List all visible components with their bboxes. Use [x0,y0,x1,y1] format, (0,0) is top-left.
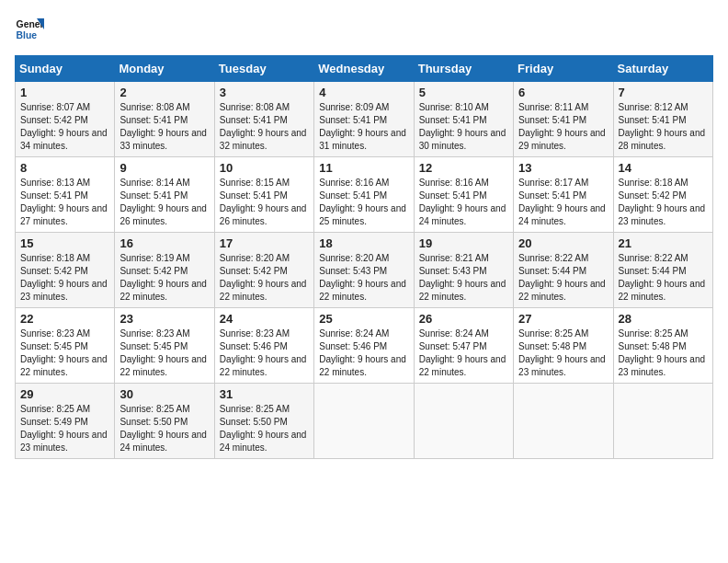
cell-info: Sunrise: 8:25 AM Sunset: 5:48 PM Dayligh… [619,327,708,379]
calendar-week-row: 15 Sunrise: 8:18 AM Sunset: 5:42 PM Dayl… [16,233,713,308]
day-number: 5 [419,86,508,99]
cell-info: Sunrise: 8:23 AM Sunset: 5:46 PM Dayligh… [220,327,309,379]
day-of-week-header: Thursday [414,56,513,82]
cell-info: Sunrise: 8:25 AM Sunset: 5:49 PM Dayligh… [20,403,109,454]
cell-info: Sunrise: 8:25 AM Sunset: 5:48 PM Dayligh… [518,327,608,379]
calendar-cell: 15 Sunrise: 8:18 AM Sunset: 5:42 PM Dayl… [16,233,115,308]
calendar-week-row: 1 Sunrise: 8:07 AM Sunset: 5:42 PM Dayli… [16,82,713,157]
calendar-cell: 10 Sunrise: 8:15 AM Sunset: 5:41 PM Dayl… [214,157,313,233]
calendar-cell: 20 Sunrise: 8:22 AM Sunset: 5:44 PM Dayl… [514,233,613,308]
day-of-week-header: Monday [115,56,214,82]
calendar-cell: 3 Sunrise: 8:08 AM Sunset: 5:41 PM Dayli… [214,82,313,157]
calendar-week-row: 8 Sunrise: 8:13 AM Sunset: 5:41 PM Dayli… [16,157,713,233]
calendar-week-row: 29 Sunrise: 8:25 AM Sunset: 5:49 PM Dayl… [16,384,713,459]
calendar-cell: 11 Sunrise: 8:16 AM Sunset: 5:41 PM Dayl… [314,157,414,233]
calendar-table: SundayMondayTuesdayWednesdayThursdayFrid… [15,55,713,459]
calendar-cell: 12 Sunrise: 8:16 AM Sunset: 5:41 PM Dayl… [414,157,513,233]
cell-info: Sunrise: 8:15 AM Sunset: 5:41 PM Dayligh… [220,177,309,228]
day-number: 27 [518,312,608,326]
cell-info: Sunrise: 8:22 AM Sunset: 5:44 PM Dayligh… [619,252,708,304]
day-number: 16 [119,236,209,250]
cell-info: Sunrise: 8:23 AM Sunset: 5:45 PM Dayligh… [20,327,109,379]
calendar-cell: 29 Sunrise: 8:25 AM Sunset: 5:49 PM Dayl… [16,384,115,459]
calendar-cell: 1 Sunrise: 8:07 AM Sunset: 5:42 PM Dayli… [16,82,115,157]
day-number: 30 [119,387,209,401]
day-of-week-header: Saturday [613,56,712,82]
calendar-cell [414,384,513,459]
logo: General Blue [15,15,48,44]
cell-info: Sunrise: 8:24 AM Sunset: 5:46 PM Dayligh… [319,327,408,379]
calendar-cell: 5 Sunrise: 8:10 AM Sunset: 5:41 PM Dayli… [414,82,513,157]
cell-info: Sunrise: 8:09 AM Sunset: 5:41 PM Dayligh… [319,101,408,153]
cell-info: Sunrise: 8:13 AM Sunset: 5:41 PM Dayligh… [20,177,109,228]
day-number: 10 [220,161,309,175]
day-number: 31 [220,387,309,401]
calendar-cell: 16 Sunrise: 8:19 AM Sunset: 5:42 PM Dayl… [115,233,214,308]
day-number: 3 [220,86,309,99]
calendar-cell: 30 Sunrise: 8:25 AM Sunset: 5:50 PM Dayl… [115,384,214,459]
day-number: 13 [518,161,608,175]
calendar-week-row: 22 Sunrise: 8:23 AM Sunset: 5:45 PM Dayl… [16,308,713,384]
cell-info: Sunrise: 8:08 AM Sunset: 5:41 PM Dayligh… [220,101,309,153]
cell-info: Sunrise: 8:25 AM Sunset: 5:50 PM Dayligh… [119,403,209,454]
cell-info: Sunrise: 8:10 AM Sunset: 5:41 PM Dayligh… [419,101,508,153]
cell-info: Sunrise: 8:17 AM Sunset: 5:41 PM Dayligh… [518,177,608,228]
day-number: 12 [419,161,508,175]
day-number: 18 [319,236,408,250]
day-number: 29 [20,387,109,401]
day-number: 26 [419,312,508,326]
cell-info: Sunrise: 8:20 AM Sunset: 5:42 PM Dayligh… [220,252,309,304]
day-number: 28 [619,312,708,326]
calendar-cell [314,384,414,459]
calendar-cell: 6 Sunrise: 8:11 AM Sunset: 5:41 PM Dayli… [514,82,613,157]
cell-info: Sunrise: 8:18 AM Sunset: 5:42 PM Dayligh… [619,177,708,228]
calendar-cell: 14 Sunrise: 8:18 AM Sunset: 5:42 PM Dayl… [613,157,712,233]
cell-info: Sunrise: 8:24 AM Sunset: 5:47 PM Dayligh… [419,327,508,379]
day-number: 7 [619,86,708,99]
calendar-cell: 28 Sunrise: 8:25 AM Sunset: 5:48 PM Dayl… [613,308,712,384]
day-number: 1 [20,86,109,99]
day-number: 8 [20,161,109,175]
cell-info: Sunrise: 8:11 AM Sunset: 5:41 PM Dayligh… [518,101,608,153]
day-number: 25 [319,312,408,326]
cell-info: Sunrise: 8:16 AM Sunset: 5:41 PM Dayligh… [419,177,508,228]
calendar-cell: 23 Sunrise: 8:23 AM Sunset: 5:45 PM Dayl… [115,308,214,384]
day-number: 17 [220,236,309,250]
calendar-cell: 26 Sunrise: 8:24 AM Sunset: 5:47 PM Dayl… [414,308,513,384]
day-number: 20 [518,236,608,250]
calendar-cell: 27 Sunrise: 8:25 AM Sunset: 5:48 PM Dayl… [514,308,613,384]
calendar-body: 1 Sunrise: 8:07 AM Sunset: 5:42 PM Dayli… [16,82,713,459]
calendar-cell: 22 Sunrise: 8:23 AM Sunset: 5:45 PM Dayl… [16,308,115,384]
logo-icon: General Blue [15,15,44,44]
day-number: 4 [319,86,408,99]
calendar-cell: 2 Sunrise: 8:08 AM Sunset: 5:41 PM Dayli… [115,82,214,157]
calendar-cell: 25 Sunrise: 8:24 AM Sunset: 5:46 PM Dayl… [314,308,414,384]
page-header: General Blue [15,15,713,44]
calendar-cell: 13 Sunrise: 8:17 AM Sunset: 5:41 PM Dayl… [514,157,613,233]
day-number: 2 [119,86,209,99]
day-number: 22 [20,312,109,326]
cell-info: Sunrise: 8:08 AM Sunset: 5:41 PM Dayligh… [119,101,209,153]
cell-info: Sunrise: 8:23 AM Sunset: 5:45 PM Dayligh… [119,327,209,379]
day-number: 24 [220,312,309,326]
calendar-header-row: SundayMondayTuesdayWednesdayThursdayFrid… [16,56,713,82]
day-number: 23 [119,312,209,326]
calendar-cell [514,384,613,459]
day-of-week-header: Friday [514,56,613,82]
calendar-cell: 21 Sunrise: 8:22 AM Sunset: 5:44 PM Dayl… [613,233,712,308]
cell-info: Sunrise: 8:12 AM Sunset: 5:41 PM Dayligh… [619,101,708,153]
cell-info: Sunrise: 8:16 AM Sunset: 5:41 PM Dayligh… [319,177,408,228]
day-number: 6 [518,86,608,99]
cell-info: Sunrise: 8:19 AM Sunset: 5:42 PM Dayligh… [119,252,209,304]
cell-info: Sunrise: 8:14 AM Sunset: 5:41 PM Dayligh… [119,177,209,228]
cell-info: Sunrise: 8:20 AM Sunset: 5:43 PM Dayligh… [319,252,408,304]
day-number: 9 [119,161,209,175]
cell-info: Sunrise: 8:21 AM Sunset: 5:43 PM Dayligh… [419,252,508,304]
calendar-cell: 4 Sunrise: 8:09 AM Sunset: 5:41 PM Dayli… [314,82,414,157]
calendar-cell [613,384,712,459]
cell-info: Sunrise: 8:18 AM Sunset: 5:42 PM Dayligh… [20,252,109,304]
cell-info: Sunrise: 8:25 AM Sunset: 5:50 PM Dayligh… [220,403,309,454]
calendar-cell: 31 Sunrise: 8:25 AM Sunset: 5:50 PM Dayl… [214,384,313,459]
day-number: 15 [20,236,109,250]
day-number: 21 [619,236,708,250]
